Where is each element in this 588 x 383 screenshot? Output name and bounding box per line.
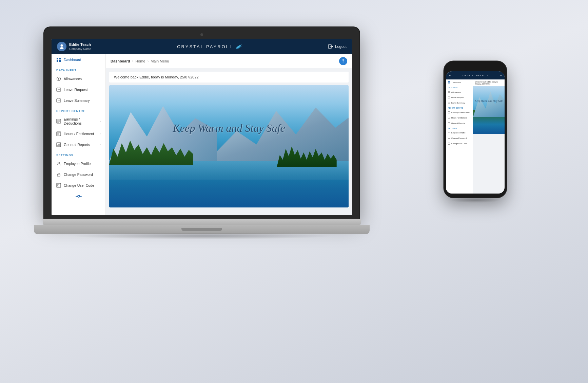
page-scene: Eddie Teach Company Name CRYSTAL PAYROLL <box>0 0 588 383</box>
svg-rect-4 <box>57 58 58 59</box>
svg-rect-28 <box>448 122 450 124</box>
logout-button[interactable]: Logout <box>328 44 347 49</box>
phone-earnings-deductions[interactable]: Earnings / Deductions <box>446 110 473 115</box>
phone-general-reports-label: General Reports <box>451 122 465 124</box>
sidebar-item-leave-request[interactable]: Leave Request <box>52 84 105 95</box>
laptop-device: Eddie Teach Company Name CRYSTAL PAYROLL <box>44 27 359 239</box>
logo-wing-icon <box>235 44 242 49</box>
sidebar-item-employee-profile[interactable]: Employee Profile <box>52 158 105 169</box>
phone-main-content: Welcome back Eddie, today is Monday, 25/… <box>473 79 505 194</box>
earnings-arrow-icon: › <box>100 120 101 123</box>
breadcrumb-menu[interactable]: Main Menu <box>151 59 169 63</box>
breadcrumb-separator: › <box>132 59 133 63</box>
sidebar-earnings-label: Earnings / Deductions <box>64 117 97 125</box>
phone-employee-profile[interactable]: Employee Profile <box>446 130 473 135</box>
phone-hours-entitlement[interactable]: Hours / Entitlement <box>446 115 473 121</box>
header-user: Eddie Teach Company Name <box>57 42 91 51</box>
welcome-message: Welcome back Eddie, today is Monday, 25/… <box>114 75 199 79</box>
svg-rect-21 <box>448 83 449 84</box>
header-logo: CRYSTAL PAYROLL <box>177 44 242 49</box>
svg-rect-20 <box>449 81 450 83</box>
svg-rect-7 <box>59 60 61 62</box>
svg-rect-15 <box>57 174 60 176</box>
svg-rect-19 <box>448 81 449 83</box>
dashboard-content: Welcome back Eddie, today is Monday, 25/… <box>106 68 352 215</box>
sidebar-item-leave-summary[interactable]: Leave Summary <box>52 95 105 106</box>
sidebar-item-dashboard[interactable]: Dashboard <box>52 54 105 65</box>
laptop-shadow <box>70 233 334 239</box>
phone-hero-image: Keep Warm and Stay Safe <box>473 86 505 134</box>
sidebar-report-centre-section: REPORT CENTRE <box>52 106 105 114</box>
general-reports-arrow-icon: › <box>100 143 101 146</box>
breadcrumb-current: Dashboard <box>111 59 130 63</box>
sidebar-change-password-label: Change Password <box>64 172 101 177</box>
sidebar-item-change-password[interactable]: Change Password <box>52 169 105 180</box>
phone-hours-label: Hours / Entitlement <box>451 117 467 119</box>
breadcrumb-bar: Dashboard › Home › Main Menu ? <box>106 54 352 68</box>
sidebar-item-earnings-deductions[interactable]: Earnings / Deductions › <box>52 114 105 128</box>
phone-leave-summary[interactable]: Leave Summary <box>446 100 473 106</box>
laptop-notch <box>181 228 222 231</box>
sidebar-change-user-code-label: Change User Code <box>64 183 101 187</box>
phone-change-user-code-label: Change User Code <box>451 143 467 145</box>
sidebar-leave-summary-label: Leave Summary <box>64 98 101 103</box>
svg-rect-25 <box>448 102 450 104</box>
hero-image: Keep Warm and Stay Safe <box>109 85 349 207</box>
sidebar-item-general-reports[interactable]: General Reports › <box>52 139 105 150</box>
phone-allowances-label: Allowances <box>451 91 461 93</box>
laptop-bezel: Eddie Teach Company Name CRYSTAL PAYROLL <box>44 27 359 219</box>
sidebar-settings-section: SETTINGS <box>52 150 105 158</box>
phone-body: ← CRYSTAL PAYROLL ≡ Das <box>444 61 507 198</box>
water <box>109 161 349 207</box>
help-button[interactable]: ? <box>339 57 347 65</box>
phone-script-text: Keep Warm and Stay Safe <box>475 99 503 103</box>
svg-rect-22 <box>449 83 450 84</box>
sidebar-allowances-label: Allowances <box>64 77 101 81</box>
svg-rect-30 <box>448 138 449 139</box>
phone-device: ← CRYSTAL PAYROLL ≡ Das <box>444 61 507 203</box>
phone-dashboard-label: Dashboard <box>452 81 461 84</box>
phone-change-password[interactable]: Change Password <box>446 135 473 141</box>
app-body: Dashboard DATA INPUT Allowances <box>52 54 352 215</box>
hours-arrow-icon: › <box>100 132 101 135</box>
sidebar: Dashboard DATA INPUT Allowances <box>52 54 106 215</box>
svg-rect-9 <box>57 88 61 91</box>
header-user-name: Eddie Teach <box>69 42 91 47</box>
phone-menu-button[interactable]: ≡ <box>500 74 502 77</box>
phone-back-button[interactable]: ← <box>449 74 451 77</box>
svg-point-29 <box>449 132 449 133</box>
svg-rect-13 <box>57 143 61 147</box>
phone-app-header: ← CRYSTAL PAYROLL ≡ <box>446 71 505 79</box>
phone-change-user-code[interactable]: Change User Code <box>446 141 473 146</box>
sidebar-item-hours-entitlement[interactable]: Hours / Entitlement › <box>52 128 105 139</box>
breadcrumb-home[interactable]: Home <box>135 59 145 63</box>
main-content: Dashboard › Home › Main Menu ? Welcome b… <box>106 54 352 215</box>
phone-welcome-text: Welcome back Eddie, today is Monday, 25/… <box>475 81 498 85</box>
sidebar-general-reports-label: General Reports <box>64 143 97 147</box>
svg-point-23 <box>448 91 450 93</box>
header-company-name: Company Name <box>69 47 91 51</box>
sidebar-collapse-button[interactable] <box>52 191 105 202</box>
phone-employee-profile-label: Employee Profile <box>451 132 466 134</box>
phone-body-content: Dashboard DATA INPUT Allowances Leave Re… <box>446 79 505 194</box>
svg-rect-6 <box>57 60 58 62</box>
sidebar-item-allowances[interactable]: Allowances <box>52 73 105 84</box>
laptop-base <box>43 219 361 225</box>
logo-text: CRYSTAL PAYROLL <box>177 44 233 49</box>
hero-script-text: Keep Warm and Stay Safe <box>173 122 285 134</box>
sidebar-item-change-user-code[interactable]: Change User Code <box>52 180 105 191</box>
sidebar-dashboard-label: Dashboard <box>64 58 101 62</box>
svg-point-0 <box>61 44 63 47</box>
svg-rect-16 <box>57 183 61 187</box>
svg-rect-27 <box>448 117 450 118</box>
phone-sidebar-dashboard[interactable]: Dashboard <box>446 79 473 85</box>
svg-rect-5 <box>59 58 61 59</box>
mountain-scene: Keep Warm and Stay Safe <box>109 85 349 207</box>
phone-general-reports[interactable]: General Reports <box>446 121 473 126</box>
welcome-banner: Welcome back Eddie, today is Monday, 25/… <box>109 72 349 83</box>
svg-rect-24 <box>448 97 450 98</box>
phone-allowances[interactable]: Allowances <box>446 89 473 95</box>
phone-leave-request-label: Leave Request <box>451 96 464 98</box>
phone-leave-request[interactable]: Leave Request <box>446 95 473 100</box>
laptop-screen: Eddie Teach Company Name CRYSTAL PAYROLL <box>52 39 352 215</box>
